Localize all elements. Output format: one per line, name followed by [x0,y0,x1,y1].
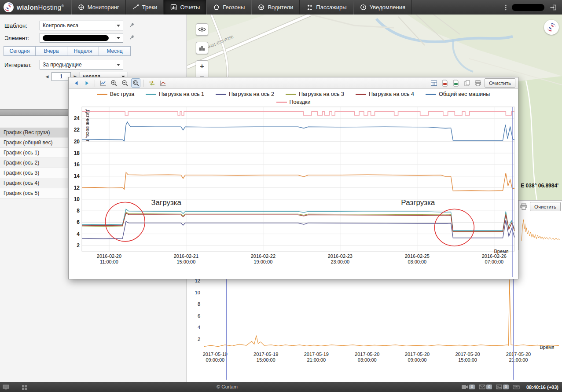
series-line-2 [82,220,514,239]
template-select[interactable]: Контроль веса [40,21,123,30]
zoom-out-icon[interactable] [120,78,129,88]
x-tick-date: 2017-05-19 [304,352,329,357]
y-tick-label: 24 [74,115,80,121]
x-tick-time: 21:00:00 [307,357,326,363]
poi-buildings-icon[interactable] [196,42,208,54]
series-line-1 [82,209,514,231]
x-tick-time: 15:00:00 [458,357,477,363]
nav-reports[interactable]: Отчеты [164,0,206,15]
y-tick-label: 22 [74,127,80,133]
video-icon[interactable]: 0 [461,385,475,389]
legend-label: Поездки [290,99,311,105]
element-row: Элемент: [0,33,135,43]
mail-icon[interactable]: 0 [479,385,492,389]
x-tick-date: 2017-05-20 [506,352,531,357]
status-bar: © Gurtam 0 0 0 08:40:16 (+03) [0,382,562,392]
wialon-logo-icon [4,2,14,12]
export-excel-icon[interactable] [452,78,461,88]
copy-icon[interactable] [463,78,472,88]
element-settings-wrench-icon[interactable] [129,35,135,41]
template-settings-wrench-icon[interactable] [129,22,135,29]
x-tick-time: 09:00:00 [408,357,427,363]
nav-geofences[interactable]: Геозоны [206,0,251,15]
y-tick-label: 10 [74,196,80,202]
legend-label: Нагрузка на ось 2 [229,91,274,97]
legend-item: Вес груза [97,91,134,97]
legend-swatch [426,94,436,95]
nav-tracks[interactable]: Треки [126,0,164,15]
monitor-icon[interactable] [3,385,9,390]
y-tick-label: 10 [195,290,200,295]
chevron-down-icon[interactable] [115,22,121,29]
nav-label: Треки [142,4,158,11]
server-time: 08:40:16 (+03) [526,385,558,390]
print-icon[interactable] [474,78,483,88]
notifications-icon [360,4,367,11]
nav-monitoring[interactable]: Мониторинг [71,0,126,15]
user-name-redacted[interactable] [512,4,544,11]
nav-drivers[interactable]: Водители [251,0,300,15]
legend-item: Нагрузка на ось 1 [146,91,204,97]
chevron-down-icon[interactable] [115,61,121,68]
compare-arrows-icon[interactable] [147,78,156,88]
nav-notifications[interactable]: Уведомления [353,0,412,15]
range-today-button[interactable]: Сегодня [4,46,36,56]
x-tick-time: 21:00:00 [509,357,528,363]
print-icon[interactable] [520,203,528,210]
template-row: Шаблон: Контроль веса [0,21,135,30]
zoom-selection-icon[interactable] [131,78,140,88]
status-badge: 0 [503,385,509,389]
chart-mode-icon[interactable] [98,78,107,88]
range-month-button[interactable]: Месяц [99,46,131,56]
forward-icon[interactable] [82,78,92,88]
zoom-in-button[interactable]: + [196,61,208,72]
export-pdf-icon[interactable] [441,78,450,88]
element-select[interactable] [40,33,123,43]
wialon-map-badge[interactable] [544,20,559,35]
interval-label: Интервал: [0,62,40,68]
clear-button[interactable]: Очистить [485,78,515,88]
back-icon[interactable] [71,78,81,88]
weight-chart-canvas[interactable]: 246810121416182022242016-02-2011:00:0020… [69,106,518,278]
visibility-eye-icon[interactable] [196,23,208,36]
legend-label: Нагрузка на ось 4 [369,91,414,97]
brand-logo[interactable]: wialonHosting® [0,0,71,15]
legend-item: Нагрузка на ось 2 [216,91,274,97]
interval-row: Интервал: За предыдущие [0,60,123,70]
brand-registered-mark: ® [61,4,64,8]
more-menu-icon[interactable] [505,4,507,11]
x-tick-date: 2016-02-23 [328,253,353,259]
geofences-icon [213,4,220,11]
y-tick-label: 6 [77,219,80,225]
plot-border [82,107,514,251]
grid-icon[interactable] [22,385,27,390]
legend-item: Общий вес машины [426,91,490,97]
quick-range-buttons: Сегодня Вчера Неделя Месяц [4,46,131,56]
x-tick-time: 03:00:00 [358,357,377,363]
y-tick-label: 2 [77,242,80,249]
bottom-chart-canvas[interactable]: 246810122017-05-1909:00:002017-05-1915:0… [187,278,562,382]
range-week-button[interactable]: Неделя [67,46,99,56]
keyboard-icon[interactable] [513,385,520,389]
range-yesterday-button[interactable]: Вчера [36,46,67,56]
table-view-icon[interactable] [430,78,439,88]
x-tick-date: 2017-05-19 [203,352,228,357]
highlight-circle [434,209,474,246]
sparkline-series [522,220,560,241]
chart-popup-window: Очистить Вес грузаНагрузка на ось 1Нагру… [68,77,518,279]
nav-label: Геозоны [223,4,245,11]
photo-icon[interactable]: 0 [496,385,509,389]
y-tick-label: 12 [74,185,80,191]
reports-icon [170,4,177,11]
zoom-in-icon[interactable] [109,78,118,88]
clear-button[interactable]: Очистить [530,202,561,211]
stepper-decrement-icon[interactable]: ◀ [44,73,50,81]
legend-swatch [356,94,366,95]
chevron-down-icon[interactable] [115,34,121,41]
y-tick-label: 8 [198,301,200,307]
value-graph-icon[interactable] [158,78,167,88]
nav-passengers[interactable]: Пассажиры [300,0,353,15]
logout-icon[interactable] [550,4,557,11]
series-line-3 [82,212,514,232]
interval-type-select[interactable]: За предыдущие [40,60,123,70]
